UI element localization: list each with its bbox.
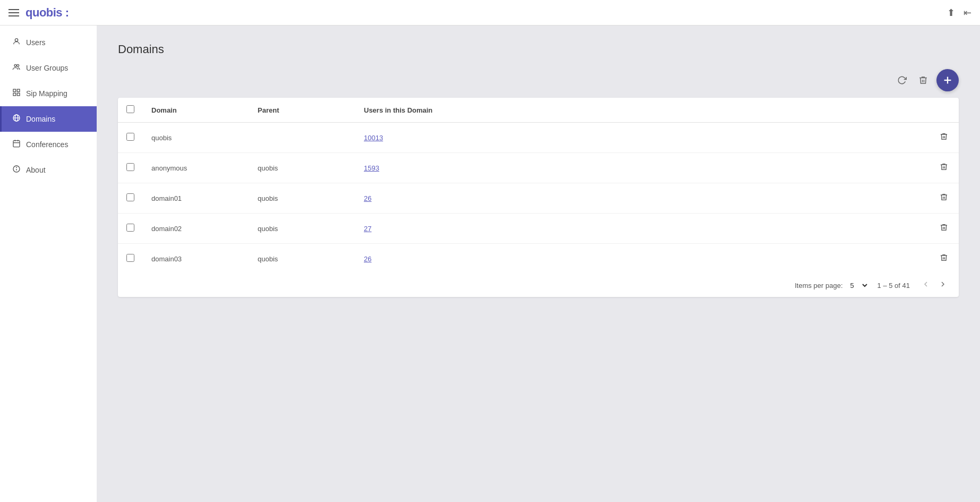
table-row: domain03 quobis 26 (118, 244, 959, 274)
row-actions-1 (927, 153, 959, 183)
row-checkbox-2[interactable] (126, 193, 134, 201)
row-parent-1: quobis (249, 153, 355, 183)
refresh-button[interactable] (894, 72, 910, 88)
users-link-2[interactable]: 26 (364, 194, 371, 202)
add-button[interactable] (936, 69, 959, 91)
svg-rect-4 (17, 89, 20, 92)
table-row: quobis 10013 (118, 123, 959, 153)
next-page-button[interactable] (935, 279, 950, 292)
select-all-checkbox[interactable] (126, 105, 134, 113)
sidebar-item-conferences[interactable]: Conferences (0, 132, 97, 157)
upload-icon[interactable]: ⬆ (947, 7, 955, 19)
row-checkbox-cell (118, 244, 143, 274)
row-delete-button-0[interactable] (938, 130, 950, 145)
sidebar-item-domains[interactable]: Domains (0, 106, 97, 132)
svg-point-1 (14, 64, 16, 66)
row-parent-0 (249, 123, 355, 153)
row-domain-4: domain03 (143, 244, 249, 274)
topbar-left: quobis : (8, 6, 69, 20)
items-per-page-label: Items per page: (795, 282, 842, 290)
table-row: anonymous quobis 1593 (118, 153, 959, 183)
page-title: Domains (118, 42, 959, 56)
row-actions-2 (927, 183, 959, 214)
menu-icon[interactable] (8, 9, 19, 16)
svg-rect-5 (13, 93, 16, 96)
user-icon (12, 37, 21, 48)
row-checkbox-0[interactable] (126, 133, 134, 141)
topbar: quobis : ⬆ ⇥ (0, 0, 980, 25)
sidebar-item-sip-mapping[interactable]: Sip Mapping (0, 81, 97, 106)
layout: Users User Groups Sip Mapping Domains Co… (0, 25, 980, 502)
sidebar-item-user-groups-label: User Groups (26, 64, 68, 72)
row-delete-button-2[interactable] (938, 191, 950, 206)
row-domain-1: anonymous (143, 153, 249, 183)
row-delete-button-4[interactable] (938, 251, 950, 266)
users-link-3[interactable]: 27 (364, 225, 371, 233)
users-link-0[interactable]: 10013 (364, 134, 383, 142)
pagination: Items per page: 5 10 25 50 1 – 5 of 41 (118, 274, 959, 297)
row-delete-button-3[interactable] (938, 221, 950, 236)
sidebar-item-about[interactable]: About (0, 157, 97, 183)
row-checkbox-1[interactable] (126, 163, 134, 171)
table-row: domain01 quobis 26 (118, 183, 959, 214)
users-link-4[interactable]: 26 (364, 255, 371, 263)
logo: quobis : (25, 6, 69, 20)
svg-rect-3 (13, 89, 16, 92)
delete-button[interactable] (915, 72, 931, 88)
row-checkbox-cell (118, 123, 143, 153)
row-users-2: 26 (355, 183, 927, 214)
toolbar (118, 69, 959, 91)
row-domain-0: quobis (143, 123, 249, 153)
domains-icon (12, 114, 21, 124)
row-parent-2: quobis (249, 183, 355, 214)
domains-table-container: Domain Parent Users in this Domain quobi… (118, 98, 959, 297)
user-groups-icon (12, 63, 21, 73)
sidebar-item-domains-label: Domains (26, 115, 55, 123)
sidebar-item-conferences-label: Conferences (26, 140, 68, 149)
svg-rect-6 (17, 93, 20, 96)
svg-point-2 (17, 64, 19, 66)
sidebar: Users User Groups Sip Mapping Domains Co… (0, 25, 97, 502)
row-actions-3 (927, 214, 959, 244)
sidebar-item-user-groups[interactable]: User Groups (0, 55, 97, 81)
svg-rect-10 (13, 141, 20, 147)
page-nav (918, 279, 950, 292)
row-checkbox-3[interactable] (126, 224, 134, 232)
row-users-4: 26 (355, 244, 927, 274)
about-icon (12, 165, 21, 175)
row-users-3: 27 (355, 214, 927, 244)
topbar-right: ⬆ ⇥ (947, 7, 972, 19)
row-checkbox-cell (118, 183, 143, 214)
users-link-1[interactable]: 1593 (364, 164, 379, 172)
row-delete-button-1[interactable] (938, 160, 950, 175)
row-actions-4 (927, 244, 959, 274)
sidebar-item-users[interactable]: Users (0, 30, 97, 55)
sidebar-item-users-label: Users (26, 38, 46, 47)
table-row: domain02 quobis 27 (118, 214, 959, 244)
table-header-row: Domain Parent Users in this Domain (118, 98, 959, 123)
domains-table: Domain Parent Users in this Domain quobi… (118, 98, 959, 274)
sip-mapping-icon (12, 88, 21, 99)
svg-point-0 (15, 39, 18, 41)
row-actions-0 (927, 123, 959, 153)
row-checkbox-4[interactable] (126, 254, 134, 262)
items-per-page: Items per page: 5 10 25 50 (795, 280, 868, 291)
row-users-0: 10013 (355, 123, 927, 153)
header-domain: Domain (143, 98, 249, 123)
sidebar-item-about-label: About (26, 166, 46, 174)
header-checkbox-col (118, 98, 143, 123)
row-parent-4: quobis (249, 244, 355, 274)
row-users-1: 1593 (355, 153, 927, 183)
prev-page-button[interactable] (918, 279, 933, 292)
row-checkbox-cell (118, 214, 143, 244)
row-domain-2: domain01 (143, 183, 249, 214)
row-domain-3: domain02 (143, 214, 249, 244)
row-parent-3: quobis (249, 214, 355, 244)
header-actions (927, 98, 959, 123)
page-info: 1 – 5 of 41 (877, 282, 910, 290)
header-parent: Parent (249, 98, 355, 123)
logout-icon[interactable]: ⇥ (964, 7, 972, 19)
row-checkbox-cell (118, 153, 143, 183)
items-per-page-select[interactable]: 5 10 25 50 (846, 280, 869, 291)
sidebar-item-sip-mapping-label: Sip Mapping (26, 89, 67, 98)
